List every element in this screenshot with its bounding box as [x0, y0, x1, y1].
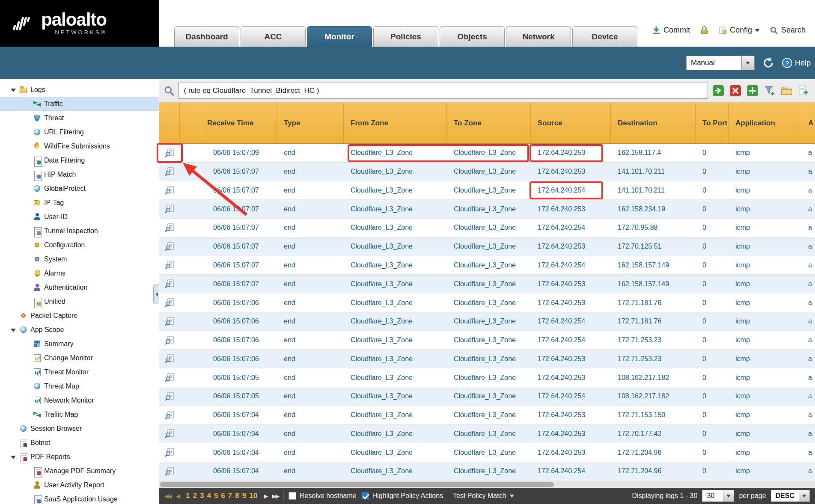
cell-to-port[interactable]: 0 — [696, 261, 729, 269]
cell-link-destination[interactable]: 141.101.70.211 — [618, 187, 665, 194]
cell-to-zone[interactable]: Cloudflare_L3_Zone — [447, 430, 531, 438]
column-header-destination[interactable]: Destination — [611, 103, 696, 143]
cell-type[interactable]: end — [277, 149, 344, 157]
cell-link-to-port[interactable]: 0 — [702, 205, 706, 213]
cell-link-from-zone[interactable]: Cloudflare_L3_Zone — [351, 374, 413, 381]
cell-link-source[interactable]: 172.64.240.253 — [538, 411, 585, 418]
tab-acc[interactable]: ACC — [241, 26, 306, 47]
cell-link-application[interactable]: icmp — [735, 392, 750, 400]
cell-application[interactable]: icmp — [729, 299, 801, 307]
cell-to-zone[interactable]: Cloudflare_L3_Zone — [447, 224, 531, 231]
cell-link-type[interactable]: end — [284, 317, 295, 325]
tree-expander-icon[interactable] — [10, 454, 16, 460]
cell-link-from-zone[interactable]: Cloudflare_L3_Zone — [351, 149, 413, 156]
cell-link-to-port[interactable]: 0 — [702, 187, 706, 194]
sidebar-item-change-monitor[interactable]: Change Monitor — [0, 351, 159, 365]
cell-link-action[interactable]: a — [808, 411, 812, 418]
cell-link-source[interactable]: 172.64.240.253 — [538, 168, 585, 175]
cell-link-to-zone[interactable]: Cloudflare_L3_Zone — [454, 317, 516, 325]
cell-type[interactable]: end — [277, 224, 344, 231]
cell-destination[interactable]: 172.70.177.42 — [611, 430, 696, 438]
cell-link-source[interactable]: 172.64.240.253 — [538, 299, 585, 306]
apply-filter-button[interactable] — [711, 84, 725, 98]
cell-link-source[interactable]: 172.64.240.254 — [538, 317, 585, 325]
cell-from-zone[interactable]: Cloudflare_L3_Zone — [344, 168, 447, 175]
cell-link-receive-time[interactable]: 06/06 15:07:07 — [213, 224, 259, 231]
cell-link-source[interactable]: 172.64.240.254 — [538, 467, 585, 474]
cell-link-source[interactable]: 172.64.240.254 — [538, 224, 585, 231]
lock-icon[interactable] — [700, 26, 708, 35]
cell-link-source[interactable]: 172.64.240.254 — [538, 187, 585, 194]
cell-application[interactable]: icmp — [729, 411, 801, 419]
cell-link-destination[interactable]: 172.71.181.76 — [618, 299, 661, 306]
resolve-hostname-toggle[interactable]: Resolve hostname — [289, 492, 357, 500]
cell-to-port[interactable]: 0 — [696, 168, 729, 175]
cell-to-port[interactable]: 0 — [696, 205, 729, 213]
cell-link-type[interactable]: end — [284, 355, 295, 362]
cell-action[interactable]: a — [801, 374, 815, 382]
cell-link-action[interactable]: a — [808, 355, 812, 362]
cell-link-application[interactable]: icmp — [735, 261, 750, 269]
sidebar-item-unified[interactable]: Unified — [0, 294, 159, 308]
cell-link-from-zone[interactable]: Cloudflare_L3_Zone — [351, 355, 413, 362]
cell-type[interactable]: end — [277, 299, 344, 307]
cell-type[interactable]: end — [277, 243, 344, 250]
tree-expander-icon[interactable] — [10, 326, 16, 333]
cell-action[interactable]: a — [801, 411, 815, 419]
cell-link-type[interactable]: end — [284, 336, 295, 344]
cell-link-application[interactable]: icmp — [735, 168, 750, 175]
cell-link-to-port[interactable]: 0 — [702, 374, 706, 381]
cell-application[interactable]: icmp — [729, 355, 801, 363]
cell-link-to-port[interactable]: 0 — [702, 355, 706, 362]
cell-link-source[interactable]: 172.64.240.253 — [538, 355, 585, 362]
cell-destination[interactable]: 108.162.217.182 — [611, 392, 696, 400]
cell-link-source[interactable]: 172.64.240.253 — [538, 374, 585, 381]
cell-type[interactable]: end — [277, 168, 344, 175]
cell-link-application[interactable]: icmp — [735, 243, 750, 250]
tab-dashboard[interactable]: Dashboard — [174, 26, 239, 47]
clear-filter-button[interactable] — [729, 84, 742, 98]
cell-link-type[interactable]: end — [284, 187, 295, 194]
cell-to-zone[interactable]: Cloudflare_L3_Zone — [447, 168, 531, 175]
load-filter-button[interactable] — [780, 84, 794, 98]
cell-to-zone[interactable]: Cloudflare_L3_Zone — [447, 411, 531, 419]
cell-link-receive-time[interactable]: 06/06 15:07:06 — [213, 317, 259, 325]
cell-from-zone[interactable]: Cloudflare_L3_Zone — [344, 355, 447, 363]
cell-link-destination[interactable]: 172.71.253.23 — [618, 336, 661, 344]
cell-link-destination[interactable]: 162.158.117.4 — [618, 149, 661, 156]
cell-to-zone[interactable]: Cloudflare_L3_Zone — [447, 374, 531, 382]
cell-source[interactable]: 172.64.240.253 — [531, 243, 611, 250]
cell-link-from-zone[interactable]: Cloudflare_L3_Zone — [351, 411, 413, 418]
sidebar-item-traffic[interactable]: Traffic — [0, 97, 159, 111]
cell-from-zone[interactable]: Cloudflare_L3_Zone — [344, 392, 447, 400]
cell-link-type[interactable]: end — [284, 392, 295, 400]
cell-from-zone[interactable]: Cloudflare_L3_Zone — [344, 430, 447, 438]
cell-application[interactable]: icmp — [729, 168, 801, 175]
cell-from-zone[interactable]: Cloudflare_L3_Zone — [344, 299, 447, 307]
cell-to-port[interactable]: 0 — [696, 149, 729, 157]
cell-to-zone[interactable]: Cloudflare_L3_Zone — [447, 205, 531, 213]
cell-receive-time[interactable]: 06/06 15:07:04 — [200, 449, 277, 457]
log-detail-button[interactable] — [159, 186, 180, 195]
cell-source[interactable]: 172.64.240.254 — [531, 187, 611, 194]
cell-link-from-zone[interactable]: Cloudflare_L3_Zone — [351, 392, 413, 400]
cell-application[interactable]: icmp — [729, 449, 801, 457]
sidebar-item-threat-monitor[interactable]: Threat Monitor — [0, 365, 159, 379]
cell-action[interactable]: a — [801, 449, 815, 457]
cell-link-type[interactable]: end — [284, 467, 295, 474]
cell-from-zone[interactable]: Cloudflare_L3_Zone — [344, 336, 447, 344]
prev-page-button[interactable]: ◀ — [176, 493, 179, 499]
cell-link-to-zone[interactable]: Cloudflare_L3_Zone — [454, 168, 516, 175]
cell-link-destination[interactable]: 172.71.204.96 — [618, 467, 661, 474]
cell-type[interactable]: end — [277, 280, 344, 288]
cell-action[interactable]: a — [801, 336, 815, 344]
cell-link-to-port[interactable]: 0 — [702, 280, 706, 288]
cell-link-to-zone[interactable]: Cloudflare_L3_Zone — [454, 355, 516, 362]
tree-expander-icon[interactable] — [10, 86, 16, 93]
cell-destination[interactable]: 162.158.157.149 — [611, 261, 696, 269]
cell-source[interactable]: 172.64.240.253 — [531, 430, 611, 438]
cell-application[interactable]: icmp — [729, 149, 801, 157]
cell-link-action[interactable]: a — [808, 299, 812, 306]
cell-link-type[interactable]: end — [284, 243, 295, 250]
refresh-interval-arrow-button[interactable] — [742, 56, 755, 70]
